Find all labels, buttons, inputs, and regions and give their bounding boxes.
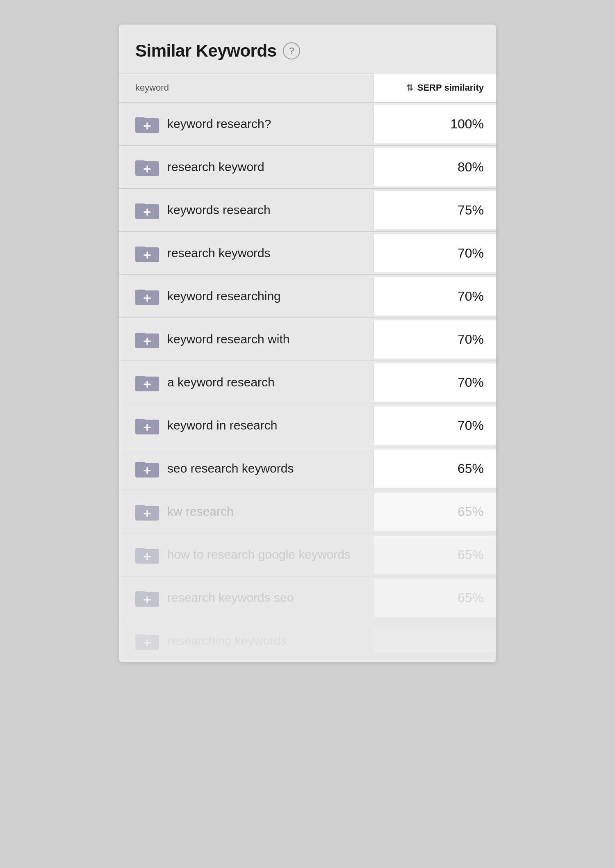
folder-icon[interactable] [135,372,159,392]
keyword-text: a keyword research [167,375,275,389]
svg-rect-41 [135,548,145,552]
keyword-text: research keywords seo [167,591,294,605]
widget-header: Similar Keywords ? [119,41,496,73]
keyword-text: keyword in research [167,418,277,432]
table-row[interactable]: keyword research? 100% [119,102,496,145]
keyword-cell: keywords research [119,189,373,231]
folder-icon[interactable] [135,243,159,263]
keyword-cell: how to research google keywords [119,533,373,576]
similarity-cell: 70% [373,277,496,315]
keyword-cell: keyword researching [119,275,373,318]
keyword-cell: seo research keywords [119,447,373,490]
keyword-cell: research keyword [119,146,373,188]
similarity-cell: 70% [373,320,496,359]
similarity-cell: 70% [373,407,496,445]
folder-icon[interactable] [135,200,159,220]
keyword-cell: a keyword research [119,361,373,404]
table-row[interactable]: research keywords 70% [119,231,496,274]
svg-rect-1 [135,117,145,121]
widget-title: Similar Keywords [135,41,276,61]
svg-rect-49 [135,634,145,638]
table-row[interactable]: research keywords seo 65% [119,576,496,619]
keyword-text: keyword research with [167,332,289,346]
keyword-text: researching keywords [167,634,287,648]
table-row[interactable]: keywords research 75% [119,188,496,231]
similarity-cell: 65% [373,536,496,574]
svg-rect-13 [135,247,145,251]
table-row[interactable]: seo research keywords 65% [119,447,496,490]
keyword-cell: kw research [119,490,373,533]
sort-icon[interactable] [406,83,413,93]
keywords-table: keyword SERP similarity keyword research… [119,73,496,662]
table-row[interactable]: keyword researching 70% [119,274,496,318]
keyword-cell: keyword research with [119,318,373,361]
table-header: keyword SERP similarity [119,73,496,102]
keyword-text: research keywords [167,246,271,260]
folder-icon[interactable] [135,329,159,349]
folder-icon[interactable] [135,114,159,134]
svg-rect-9 [135,203,145,208]
folder-icon[interactable] [135,631,159,651]
svg-rect-21 [135,333,145,337]
folder-icon[interactable] [135,157,159,177]
table-row[interactable]: kw research 65% [119,490,496,533]
keyword-text: kw research [167,505,234,519]
similarity-column-label: SERP similarity [417,82,484,93]
table-row[interactable]: researching keywords [119,619,496,662]
table-row[interactable]: keyword research with 70% [119,318,496,361]
keyword-cell: research keywords [119,232,373,274]
keyword-text: seo research keywords [167,461,294,475]
keyword-cell: researching keywords [119,619,373,662]
help-icon[interactable]: ? [283,42,300,59]
keyword-cell: keyword research? [119,103,373,145]
table-row[interactable]: a keyword research 70% [119,361,496,404]
folder-icon[interactable] [135,502,159,521]
column-header-keyword: keyword [119,73,373,102]
keyword-text: keyword research? [167,117,271,131]
keyword-text: research keyword [167,160,264,174]
table-row[interactable]: how to research google keywords 65% [119,533,496,576]
folder-icon[interactable] [135,416,159,435]
similarity-cell: 75% [373,191,496,229]
keyword-cell: keyword in research [119,404,373,447]
similarity-cell: 65% [373,450,496,488]
keyword-text: keyword researching [167,289,281,303]
similarity-cell: 100% [373,105,496,143]
table-body: keyword research? 100% research keyword … [119,102,496,662]
table-row[interactable]: research keyword 80% [119,145,496,188]
folder-icon[interactable] [135,459,159,478]
keyword-text: keywords research [167,203,271,217]
svg-rect-45 [135,591,145,595]
column-header-similarity[interactable]: SERP similarity [373,73,496,102]
keyword-text: how to research google keywords [167,548,351,562]
similarity-cell: 65% [373,579,496,617]
similarity-cell [373,629,496,652]
svg-rect-37 [135,505,145,509]
keyword-cell: research keywords seo [119,576,373,619]
similar-keywords-widget: Similar Keywords ? keyword SERP similari… [119,25,496,662]
svg-rect-33 [135,462,145,466]
svg-rect-5 [135,160,145,164]
similarity-cell: 70% [373,363,496,402]
svg-rect-17 [135,290,145,294]
svg-rect-25 [135,376,145,380]
folder-icon[interactable] [135,545,159,564]
table-row[interactable]: keyword in research 70% [119,404,496,447]
similarity-cell: 70% [373,234,496,272]
similarity-cell: 65% [373,493,496,531]
similarity-cell: 80% [373,148,496,186]
folder-icon[interactable] [135,286,159,306]
folder-icon[interactable] [135,588,159,608]
svg-rect-29 [135,419,145,423]
